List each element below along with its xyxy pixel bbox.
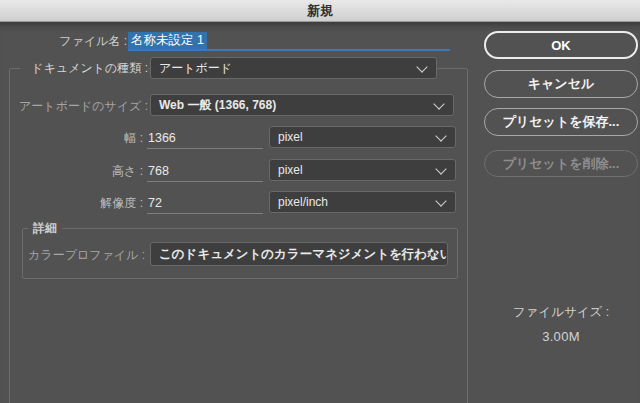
file-name-label: ファイル名 : [0,34,127,49]
file-name-input[interactable]: 名称未設定 1 [128,31,450,50]
height-unit-select[interactable]: pixel [269,159,456,181]
new-document-dialog: 新規 ファイル名 : 名称未設定 1 ドキュメントの種類 : アートボード アー… [0,0,640,403]
file-size-value: 3.00M [484,329,638,344]
file-size-label: ファイルサイズ : [484,304,638,321]
color-profile-label: カラープロファイル : [0,248,145,263]
resolution-value: 72 [147,196,162,210]
ok-button-label: OK [551,38,571,53]
dialog-body: ファイル名 : 名称未設定 1 ドキュメントの種類 : アートボード アートボー… [0,22,640,403]
resolution-unit-select[interactable]: pixel/inch [269,191,456,213]
resolution-input-underline [147,213,263,214]
save-preset-button[interactable]: プリセットを保存... [484,108,638,136]
width-label: 幅 : [0,131,143,146]
resolution-label: 解像度 : [0,196,143,211]
file-name-value: 名称未設定 1 [128,32,207,49]
chevron-down-icon [416,61,427,72]
color-profile-select[interactable]: このドキュメントのカラーマネジメントを行わない [150,242,448,266]
document-type-label: ドキュメントの種類 : [20,61,148,76]
height-value: 768 [147,164,169,178]
document-type-value: アートボード [159,60,232,77]
width-unit-value: pixel [278,130,303,144]
artboard-size-label: アートボードのサイズ : [0,99,148,114]
chevron-down-icon [435,130,446,141]
delete-preset-button-label: プリセットを削除... [503,155,620,173]
chevron-down-icon [435,163,446,174]
width-value: 1366 [147,131,176,145]
window-title: 新規 [307,2,333,20]
chevron-down-icon [435,195,446,206]
width-input-underline [147,148,263,149]
artboard-size-select[interactable]: Web 一般 (1366, 768) [150,94,454,116]
cancel-button[interactable]: キャンセル [484,70,638,98]
color-profile-value: このドキュメントのカラーマネジメントを行わない [159,246,448,263]
save-preset-button-label: プリセットを保存... [503,113,620,131]
artboard-size-value: Web 一般 (1366, 768) [159,97,276,114]
height-label: 高さ : [0,164,143,179]
window-titlebar[interactable]: 新規 [0,0,640,22]
chevron-down-icon [433,98,444,109]
height-unit-value: pixel [278,163,303,177]
file-name-focus-underline [128,49,450,51]
delete-preset-button-disabled[interactable]: プリセットを削除... [484,150,638,177]
width-unit-select[interactable]: pixel [269,126,456,148]
resolution-unit-value: pixel/inch [278,195,328,209]
cancel-button-label: キャンセル [528,75,595,93]
width-input[interactable]: 1366 [147,127,263,148]
resolution-input[interactable]: 72 [147,192,263,213]
ok-button[interactable]: OK [484,31,638,59]
height-input[interactable]: 768 [147,160,263,181]
advanced-legend: 詳細 [28,221,62,236]
height-input-underline [147,181,263,182]
document-type-select[interactable]: アートボード [150,57,437,79]
